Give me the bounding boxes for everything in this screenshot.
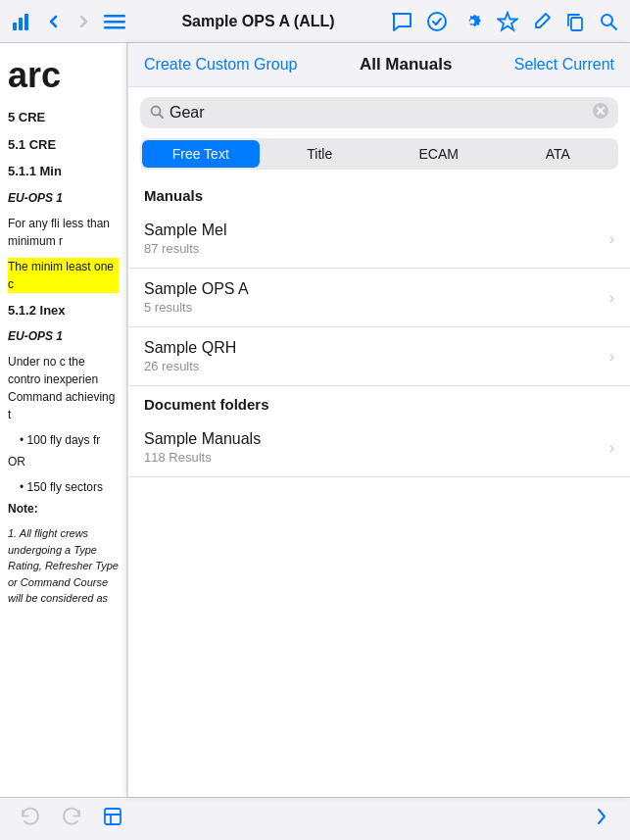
top-bar-right-icons: [391, 11, 618, 32]
result-name: Sample Mel: [144, 222, 609, 239]
create-custom-group-button[interactable]: Create Custom Group: [144, 56, 298, 74]
more-icon[interactable]: [593, 806, 610, 832]
doc-italic-2: EU-OPS 1: [8, 327, 119, 345]
document-content: arc 5 CRE 5.1 CRE 5.1.1 Min EU-OPS 1 For…: [0, 43, 127, 797]
copy-icon[interactable]: [565, 12, 585, 31]
result-text: Sample OPS A 5 results: [144, 280, 609, 315]
bottom-left-controls: [20, 806, 123, 832]
pencil-icon[interactable]: [532, 12, 552, 31]
search-input[interactable]: [170, 104, 587, 122]
doc-heading-2: 5.1 CRE: [8, 135, 119, 155]
result-count: 5 results: [144, 300, 609, 315]
doc-heading-1: 5 CRE: [8, 108, 119, 127]
svg-rect-2: [24, 14, 28, 30]
tab-title[interactable]: Title: [262, 140, 379, 168]
doc-para-2: Under no c the contro inexperien Command…: [8, 353, 119, 423]
svg-rect-4: [104, 21, 125, 24]
action-icon[interactable]: [102, 806, 123, 832]
doc-bullet-1: • 100 fly days fr: [8, 431, 119, 449]
svg-rect-5: [104, 26, 125, 29]
search-magnifier-icon: [150, 105, 164, 122]
result-name: Sample OPS A: [144, 280, 609, 298]
back-icon[interactable]: [45, 13, 63, 30]
bottom-right-controls: [593, 806, 610, 832]
search-bar: [140, 97, 618, 128]
result-text: Sample Manuals 118 Results: [144, 430, 609, 465]
result-count: 26 results: [144, 359, 609, 373]
comment-icon[interactable]: [391, 12, 412, 31]
result-name: Sample Manuals: [144, 430, 609, 448]
top-bar-left-icons: [12, 11, 125, 32]
check-icon[interactable]: [426, 11, 448, 32]
svg-rect-0: [13, 23, 17, 30]
list-item[interactable]: Sample OPS A 5 results ›: [128, 269, 630, 327]
bottom-toolbar: [0, 797, 630, 840]
result-name: Sample QRH: [144, 339, 609, 357]
svg-line-12: [160, 114, 164, 118]
doc-note-text: 1. All flight crews undergoing a Type Ra…: [8, 525, 119, 607]
chevron-right-icon: ›: [609, 230, 614, 248]
doc-heading-4: 5.1.2 Inex: [8, 301, 119, 321]
gear-icon[interactable]: [461, 11, 483, 32]
svg-line-10: [611, 25, 616, 29]
doc-italic-1: EU-OPS 1: [8, 189, 119, 207]
dropdown-header: Create Custom Group All Manuals Select C…: [128, 43, 630, 87]
tab-ata[interactable]: ATA: [500, 140, 617, 168]
chevron-right-icon: ›: [609, 289, 614, 307]
chevron-right-icon: ›: [609, 348, 614, 366]
doc-highlight: The minim least one c: [8, 258, 119, 293]
doc-or: OR: [8, 453, 119, 470]
doc-para-1: For any fli less than minimum r: [8, 215, 119, 250]
svg-marker-7: [498, 13, 516, 30]
tab-bar: Free Text Title ECAM ATA: [140, 138, 618, 170]
result-count: 87 results: [144, 241, 609, 256]
dropdown-panel: Create Custom Group All Manuals Select C…: [127, 43, 630, 797]
undo-icon[interactable]: [20, 806, 41, 832]
star-icon[interactable]: [497, 11, 518, 32]
select-current-button[interactable]: Select Current: [514, 56, 614, 74]
dropdown-title: All Manuals: [360, 55, 452, 74]
doc-logo: arc: [8, 55, 119, 96]
redo-icon[interactable]: [61, 806, 82, 832]
list-item[interactable]: Sample Manuals 118 Results ›: [128, 419, 630, 477]
doc-bullet-2: • 150 fly sectors: [8, 478, 119, 496]
svg-rect-3: [104, 15, 125, 18]
chart-icon[interactable]: [12, 11, 33, 32]
results-list: Manuals Sample Mel 87 results › Sample O…: [128, 177, 630, 797]
page-title: Sample OPS A (ALL): [181, 13, 334, 30]
result-count: 118 Results: [144, 450, 609, 465]
document-folders-section-header: Document folders: [128, 386, 630, 419]
search-icon[interactable]: [599, 12, 618, 31]
result-text: Sample Mel 87 results: [144, 222, 609, 256]
svg-rect-1: [19, 18, 23, 30]
list-item[interactable]: Sample QRH 26 results ›: [128, 327, 630, 386]
doc-heading-3: 5.1.1 Min: [8, 162, 119, 181]
result-text: Sample QRH 26 results: [144, 339, 609, 373]
forward-icon[interactable]: [74, 13, 92, 30]
tab-free-text[interactable]: Free Text: [142, 140, 260, 168]
manuals-section-header: Manuals: [128, 177, 630, 210]
svg-rect-16: [105, 809, 121, 824]
top-navigation-bar: Sample OPS A (ALL): [0, 0, 630, 43]
svg-point-6: [428, 13, 446, 30]
doc-note-label: Note:: [8, 500, 119, 518]
list-icon[interactable]: [104, 13, 125, 30]
svg-rect-8: [571, 18, 582, 30]
clear-search-button[interactable]: [593, 103, 608, 123]
tab-ecam[interactable]: ECAM: [380, 140, 498, 168]
list-item[interactable]: Sample Mel 87 results ›: [128, 210, 630, 269]
main-layout: arc 5 CRE 5.1 CRE 5.1.1 Min EU-OPS 1 For…: [0, 43, 630, 797]
chevron-right-icon: ›: [609, 439, 614, 457]
